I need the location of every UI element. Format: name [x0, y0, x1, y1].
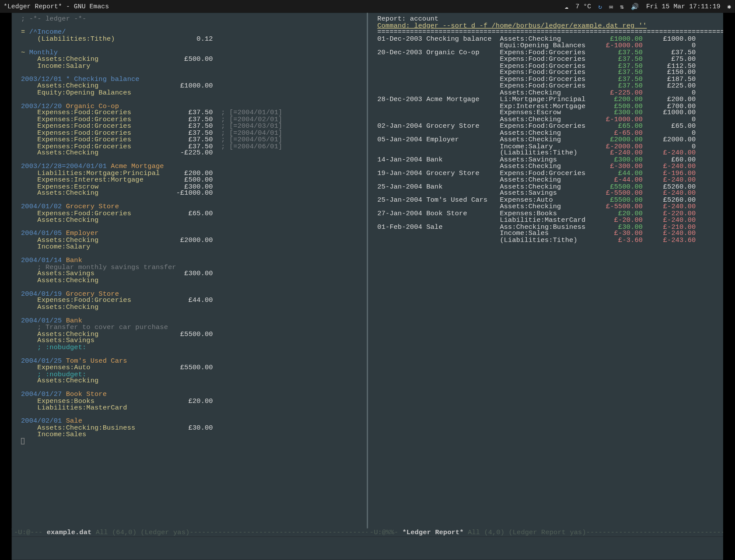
window-title: *Ledger Report* - GNU Emacs [4, 3, 109, 10]
mail-icon[interactable]: ✉ [609, 3, 613, 10]
modeline-right[interactable]: -U:@%%- *Ledger Report* All (4,0) (Ledge… [368, 528, 723, 537]
report-row: (Liabilities:Tithe) £-3.60 £-243.60 [377, 237, 718, 243]
modeline-row: -U:@--- example.dat All (64,0) (Ledger y… [12, 528, 723, 537]
source-line: ; :nobudget: [21, 344, 362, 350]
ledger-source-buffer[interactable]: ; -*- ledger -*- = /^Income/ (Liabilitie… [12, 13, 367, 529]
source-line: Assets:Checking [21, 217, 362, 223]
source-line: Income:Salary [21, 62, 362, 69]
source-line: Assets:Checking [21, 304, 362, 310]
weather-text: 7 °C [575, 3, 591, 10]
emacs-frame: ; -*- ledger -*- = /^Income/ (Liabilitie… [12, 13, 723, 529]
clock-text: Fri 15 Mar 17:11:19 [646, 3, 721, 10]
source-line: Assets:Checking -£225.00 [21, 149, 362, 156]
refresh-icon[interactable]: ↻ [598, 3, 602, 10]
volume-icon[interactable]: 🔊 [631, 3, 639, 10]
settings-gear-icon[interactable]: ✱ [728, 3, 732, 10]
modeline-buffer-name: *Ledger Report* [402, 528, 464, 536]
gnome-top-bar: *Ledger Report* - GNU Emacs ☁ 7 °C ↻ ✉ ⇅… [0, 0, 735, 13]
minibuffer[interactable] [12, 536, 723, 560]
network-icon[interactable]: ⇅ [620, 3, 624, 10]
source-line: (Liabilities:Tithe) 0.12 [21, 35, 362, 42]
modeline-buffer-name: example.dat [47, 528, 92, 536]
source-line: Equity:Opening Balances [21, 89, 362, 95]
source-line: Income:Salary [21, 243, 362, 250]
ledger-report-buffer[interactable]: Report: accountCommand: ledger --sort d … [368, 13, 723, 529]
source-line: Income:Sales [21, 431, 362, 438]
source-line: Assets:Checking [21, 377, 362, 384]
cursor [21, 438, 362, 444]
source-line: Assets:Checking [21, 277, 362, 284]
source-line: Assets:Checking -£1000.00 [21, 189, 362, 196]
source-line [21, 22, 362, 28]
modeline-left[interactable]: -U:@--- example.dat All (64,0) (Ledger y… [12, 528, 368, 537]
source-line: ; -*- ledger -*- [21, 15, 362, 22]
source-line [21, 42, 362, 49]
source-line: Liabilities:MasterCard [21, 404, 362, 411]
system-tray: ☁ 7 °C ↻ ✉ ⇅ 🔊 Fri 15 Mar 17:11:19 ✱ [564, 3, 731, 10]
weather-icon: ☁ [564, 3, 568, 10]
